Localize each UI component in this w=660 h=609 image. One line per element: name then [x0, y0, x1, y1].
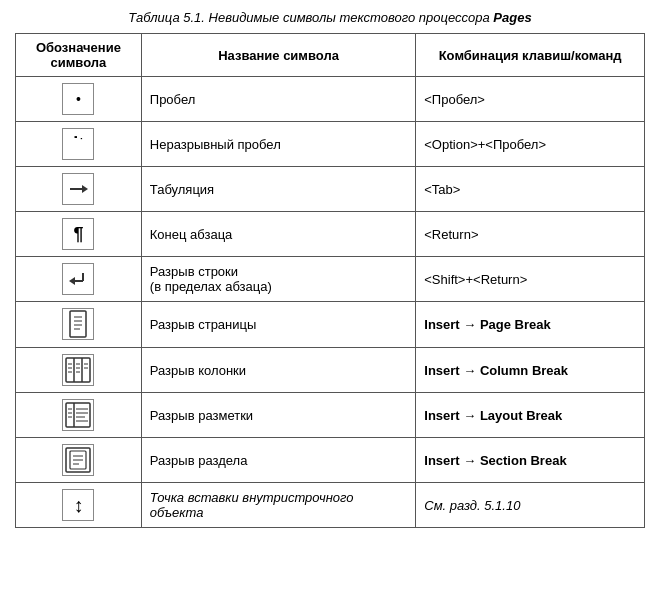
svg-marker-4 — [69, 277, 75, 285]
svg-marker-1 — [82, 185, 88, 193]
symbol-combo-cell: Insert → Page Break — [416, 302, 645, 348]
table-row: ˙˙Неразрывный пробел<Option>+<Пробел> — [16, 122, 645, 167]
table-row: Разрыв строки(в пределах абзаца)<Shift>+… — [16, 257, 645, 302]
symbol-name-cell: Разрыв строки(в пределах абзаца) — [141, 257, 415, 302]
symbol-name-cell: Точка вставки внутристрочного объекта — [141, 483, 415, 528]
svg-rect-21 — [66, 403, 90, 427]
symbol-combo-cell: <Shift>+<Return> — [416, 257, 645, 302]
symbol-cell: ˙˙ — [16, 122, 142, 167]
table-row: Разрыв разметкиInsert → Layout Break — [16, 393, 645, 438]
svg-rect-10 — [66, 358, 90, 382]
symbol-combo-cell: <Option>+<Пробел> — [416, 122, 645, 167]
symbol-cell — [16, 167, 142, 212]
symbol-cell — [16, 257, 142, 302]
symbol-name-cell: Табуляция — [141, 167, 415, 212]
table-row: ¶Конец абзаца<Return> — [16, 212, 645, 257]
symbol-cell: • — [16, 77, 142, 122]
symbol-combo-cell: Insert → Section Break — [416, 438, 645, 483]
svg-rect-5 — [70, 311, 86, 337]
symbol-cell — [16, 438, 142, 483]
symbol-combo-cell: <Return> — [416, 212, 645, 257]
symbol-name-cell: Разрыв колонки — [141, 348, 415, 393]
table-title: Таблица 5.1. Невидимые символы текстовог… — [15, 10, 645, 25]
table-row: •Пробел<Пробел> — [16, 77, 645, 122]
header-name: Название символа — [141, 34, 415, 77]
symbol-combo-cell: <Tab> — [416, 167, 645, 212]
symbols-table: Обозначение символа Название символа Ком… — [15, 33, 645, 528]
symbol-combo-cell: <Пробел> — [416, 77, 645, 122]
table-row: Разрыв страницыInsert → Page Break — [16, 302, 645, 348]
table-row: Табуляция<Tab> — [16, 167, 645, 212]
symbol-combo-cell: Insert → Column Break — [416, 348, 645, 393]
table-row: Разрыв разделаInsert → Section Break — [16, 438, 645, 483]
symbol-combo-cell: Insert → Layout Break — [416, 393, 645, 438]
symbol-cell — [16, 348, 142, 393]
table-row: Разрыв колонкиInsert → Column Break — [16, 348, 645, 393]
symbol-name-cell: Разрыв страницы — [141, 302, 415, 348]
symbol-combo-cell: См. разд. 5.1.10 — [416, 483, 645, 528]
symbol-name-cell: Конец абзаца — [141, 212, 415, 257]
symbol-name-cell: Разрыв раздела — [141, 438, 415, 483]
symbol-name-cell: Неразрывный пробел — [141, 122, 415, 167]
symbol-cell — [16, 302, 142, 348]
header-combo: Комбинация клавиш/команд — [416, 34, 645, 77]
table-row: ↕Точка вставки внутристрочного объектаСм… — [16, 483, 645, 528]
symbol-name-cell: Разрыв разметки — [141, 393, 415, 438]
symbol-name-cell: Пробел — [141, 77, 415, 122]
symbol-cell: ¶ — [16, 212, 142, 257]
symbol-cell: ↕ — [16, 483, 142, 528]
symbol-cell — [16, 393, 142, 438]
header-symbol: Обозначение символа — [16, 34, 142, 77]
